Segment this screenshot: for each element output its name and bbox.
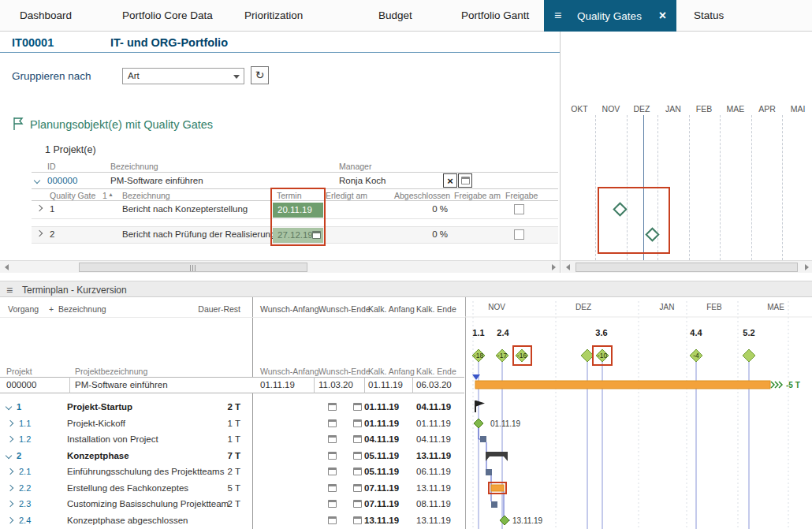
svg-text:-18: -18 [474, 352, 484, 359]
plus-icon[interactable]: + [49, 304, 54, 314]
refresh-button[interactable]: ↻ [251, 66, 269, 84]
gantt-chart: NOV DEZ JAN FEB MAE 1.1 2.4 3.6 4.4 5.2 [465, 297, 812, 529]
milestone-kickoff-diamond[interactable] [474, 419, 483, 428]
svg-text:-10: -10 [598, 352, 608, 359]
col-dauer-rest[interactable]: Dauer-Rest [196, 304, 240, 314]
quality-gate-diamonds[interactable] [472, 349, 755, 362]
expand-icon[interactable] [7, 501, 13, 507]
startup-flag[interactable] [475, 400, 485, 412]
task-bar-einfuehrungsschulung[interactable] [486, 469, 492, 475]
gantt-month-labels: NOV DEZ JAN FEB MAE [488, 303, 784, 311]
col-name: Bezeichnung [110, 162, 158, 171]
calendar-icon[interactable] [328, 403, 337, 411]
col-quality-gate[interactable]: Quality Gate [50, 191, 95, 200]
calendar-icon[interactable] [328, 484, 337, 492]
gate2-progress: 0 % [402, 229, 448, 239]
calendar-icon[interactable] [328, 435, 337, 443]
scrollbar-thumb[interactable] [79, 263, 307, 272]
tab-quality-gates[interactable]: ≡ Quality Gates × [544, 0, 676, 32]
calendar-icon[interactable] [353, 500, 362, 508]
calendar-icon[interactable] [353, 452, 362, 460]
project-wunsch-anfang[interactable]: 01.11.19 [260, 380, 295, 389]
scrollbar-thumb[interactable] [575, 263, 798, 272]
calendar-icon[interactable] [328, 452, 337, 460]
collapse-icon[interactable] [6, 404, 12, 410]
calendar-icon[interactable] [353, 403, 362, 411]
calendar-icon[interactable] [353, 435, 362, 443]
task-kalk-anfang: 01.11.19 [364, 402, 399, 412]
expand-icon[interactable] [7, 420, 13, 427]
col-vorgang[interactable]: Vorgang [8, 304, 39, 314]
clear-dates-button[interactable]: × [443, 173, 457, 188]
scroll-right-button[interactable] [547, 261, 560, 273]
calendar-icon[interactable] [353, 419, 362, 427]
triangle-left-icon [566, 264, 570, 270]
left-pane-hscrollbar[interactable] [0, 260, 560, 273]
task-kalk-anfang: 07.11.19 [364, 499, 399, 509]
col-wunsch-ende: Wunsch-Ende [318, 367, 371, 376]
task-bar-fachkonzept[interactable] [491, 485, 504, 491]
col-erledigt-am[interactable]: Erledigt am [326, 191, 367, 200]
task-num: 2.4 [19, 516, 31, 525]
col-freigabe-am[interactable]: Freigabe am [454, 191, 501, 200]
calendar-icon[interactable] [328, 419, 337, 427]
tab-status[interactable]: Status [694, 0, 724, 32]
calendar-icon[interactable] [353, 468, 362, 475]
svg-text:3.6: 3.6 [595, 328, 607, 337]
col-bezeichnung[interactable]: Bezeichnung [58, 304, 106, 314]
col-freigabe[interactable]: Freigabe [505, 191, 538, 200]
right-pane-hscrollbar[interactable] [561, 260, 812, 273]
gate2-freigabe-checkbox[interactable] [514, 229, 524, 240]
col-wunsch-anfang[interactable]: Wunsch-Anfang [260, 304, 319, 314]
col-abgeschlossen[interactable]: Abgeschlossen [394, 191, 448, 200]
task-name: Erstellung des Fachkonzeptes [67, 483, 188, 493]
col-kalk-anfang[interactable]: Kalk. Anfang [368, 304, 415, 314]
quality-gates-timeline-pane: OKT NOV DEZ JAN FEB MAE APR MAI [560, 32, 812, 273]
calendar-button[interactable] [458, 173, 472, 188]
scroll-left-button[interactable] [561, 261, 574, 273]
calendar-icon[interactable] [328, 468, 337, 475]
col-kalk-ende[interactable]: Kalk. Ende [416, 304, 456, 314]
tab-portfolio-core-data[interactable]: Portfolio Core Data [122, 0, 213, 32]
col-wunsch-ende[interactable]: Wunsch-Ende [318, 304, 371, 314]
task-kalk-ende: 13.11.19 [416, 451, 451, 460]
slack-arrows-icon [771, 382, 782, 388]
menu-icon[interactable]: ≡ [554, 9, 561, 23]
col-gate-name[interactable]: Bezeichnung [122, 191, 170, 200]
tab-portfolio-gantt[interactable]: Portfolio Gantt [461, 0, 529, 32]
expand-icon[interactable] [7, 485, 13, 491]
calendar-icon[interactable] [353, 516, 362, 524]
scroll-right-button[interactable] [800, 261, 812, 273]
expand-icon[interactable] [7, 517, 13, 523]
calendar-icon[interactable] [328, 516, 337, 524]
task-kalk-ende: 13.11.19 [416, 483, 451, 493]
summary-bar-konzeptphase[interactable] [486, 452, 508, 461]
calendar-icon[interactable] [328, 500, 337, 508]
groupby-select[interactable]: Art [122, 68, 244, 84]
task-kalk-anfang: 04.11.19 [364, 434, 399, 444]
milestone-konzept-done-diamond[interactable] [500, 516, 509, 525]
project-id: 000000 [47, 176, 77, 185]
task-bar-installation[interactable] [480, 436, 486, 442]
section-menu-icon[interactable]: ≡ [6, 284, 13, 296]
expand-icon[interactable] [7, 468, 13, 475]
collapse-icon[interactable] [6, 453, 12, 459]
flag-icon [11, 117, 25, 131]
calendar-icon[interactable] [353, 484, 362, 492]
close-icon[interactable]: × [659, 9, 666, 23]
grip-icon [190, 265, 197, 271]
project-summary-bar[interactable] [475, 381, 770, 389]
task-bar-customizing[interactable] [491, 501, 497, 508]
gate1-freigabe-checkbox[interactable] [514, 204, 524, 214]
sort-indicator[interactable]: 1 [102, 191, 107, 200]
terminplan-section-header[interactable]: ≡ Terminplan - Kurzversion [0, 281, 812, 297]
tab-budget[interactable]: Budget [378, 0, 412, 32]
tab-prioritization[interactable]: Prioritization [244, 0, 303, 32]
project-row-name: PM-Software einführen [75, 380, 168, 389]
scroll-left-button[interactable] [0, 261, 13, 273]
project-wunsch-ende[interactable]: 11.03.20 [318, 380, 353, 389]
slack-label: -5 T [786, 381, 800, 389]
terminplan-title: Terminplan - Kurzversion [22, 285, 127, 296]
expand-icon[interactable] [7, 436, 13, 442]
tab-dashboard[interactable]: Dashboard [20, 0, 72, 32]
